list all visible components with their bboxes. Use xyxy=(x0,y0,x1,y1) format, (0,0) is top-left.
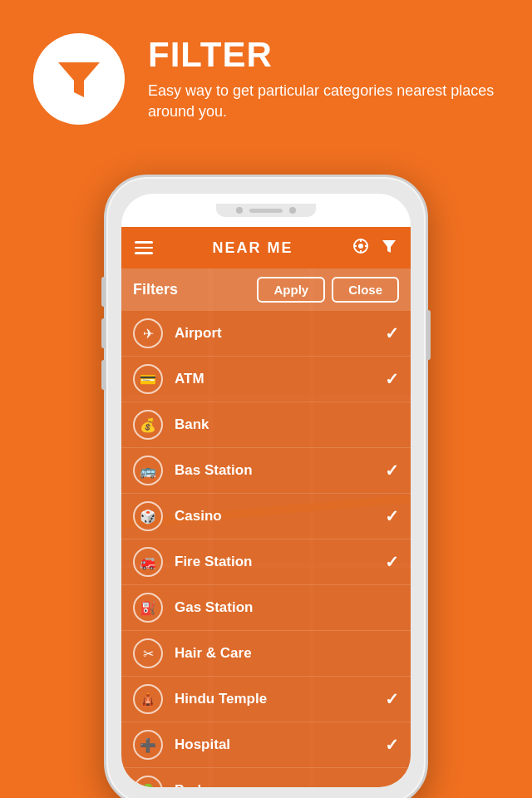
filter-item-park[interactable]: 🌳Park xyxy=(121,768,411,787)
filter-item-icon-bank: 💰 xyxy=(133,410,163,440)
filter-header-label: Filters xyxy=(133,281,178,298)
svg-marker-0 xyxy=(58,62,100,97)
filter-item-name-gas-station: Gas Station xyxy=(175,599,399,616)
filter-item-name-park: Park xyxy=(175,782,399,787)
hamburger-line-2 xyxy=(135,247,153,249)
phone-mockup: NEAR ME xyxy=(104,175,428,798)
filter-item-check-fire-station: ✓ xyxy=(385,552,399,572)
app-navbar: NEAR ME xyxy=(121,227,411,268)
filter-item-name-hindu-temple: Hindu Temple xyxy=(175,691,385,707)
filter-icon-circle xyxy=(33,33,125,125)
header-description: Easy way to get particular categories ne… xyxy=(148,81,499,122)
hamburger-line-3 xyxy=(135,252,153,254)
filter-overlay: Filters Apply Close ✈Airport✓💳ATM✓💰Bank🚌… xyxy=(121,268,411,787)
filter-item-icon-fire-station: 🚒 xyxy=(133,547,163,577)
filter-item-icon-hindu-temple: 🛕 xyxy=(133,684,163,714)
app-screen: NEAR ME xyxy=(121,227,411,787)
close-button[interactable]: Close xyxy=(332,277,399,303)
filter-item-gas-station[interactable]: ⛽Gas Station xyxy=(121,585,411,631)
speaker-bar xyxy=(249,209,283,213)
filter-item-name-bank: Bank xyxy=(175,416,399,433)
filter-item-name-hair-care: Hair & Care xyxy=(175,645,399,662)
filter-action-buttons: Apply Close xyxy=(257,277,399,303)
filter-item-bank[interactable]: 💰Bank xyxy=(121,402,411,448)
filter-item-hospital[interactable]: ➕Hospital✓ xyxy=(121,722,411,768)
filter-item-name-airport: Airport xyxy=(175,325,385,342)
app-title: NEAR ME xyxy=(212,239,293,257)
filter-item-icon-gas-station: ⛽ xyxy=(133,593,163,623)
filter-item-check-airport: ✓ xyxy=(385,323,399,343)
camera-dot xyxy=(236,207,243,214)
filter-item-casino[interactable]: 🎲Casino✓ xyxy=(121,494,411,539)
filter-header-bar: Filters Apply Close xyxy=(121,268,411,311)
apply-button[interactable]: Apply xyxy=(257,277,325,303)
filter-item-name-bus-station: Bas Station xyxy=(175,462,385,479)
funnel-icon xyxy=(54,54,104,104)
filter-item-check-bus-station: ✓ xyxy=(385,461,399,480)
filter-item-icon-airport: ✈ xyxy=(133,318,163,348)
phone-outer-shell: NEAR ME xyxy=(104,175,428,798)
hamburger-line-1 xyxy=(135,241,153,244)
svg-marker-7 xyxy=(382,240,396,253)
filter-item-hair-care[interactable]: ✂Hair & Care xyxy=(121,631,411,677)
filter-item-atm[interactable]: 💳ATM✓ xyxy=(121,357,411,402)
filter-item-icon-park: 🌳 xyxy=(133,776,163,787)
filter-item-bus-station[interactable]: 🚌Bas Station✓ xyxy=(121,448,411,494)
filter-item-check-atm: ✓ xyxy=(385,369,399,389)
phone-notch xyxy=(216,204,316,217)
filter-items-list: ✈Airport✓💳ATM✓💰Bank🚌Bas Station✓🎲Casino✓… xyxy=(121,311,411,787)
filter-nav-icon[interactable] xyxy=(381,238,397,259)
filter-item-icon-bus-station: 🚌 xyxy=(133,456,163,485)
filter-item-name-hospital: Hospital xyxy=(175,736,385,753)
filter-item-check-hindu-temple: ✓ xyxy=(385,689,399,709)
filter-item-airport[interactable]: ✈Airport✓ xyxy=(121,311,411,357)
header-section: FILTER Easy way to get particular catego… xyxy=(0,0,532,150)
filter-item-name-fire-station: Fire Station xyxy=(175,554,385,570)
filter-item-icon-hospital: ➕ xyxy=(133,730,163,760)
svg-point-2 xyxy=(358,244,363,249)
header-title: FILTER xyxy=(148,36,499,74)
filter-item-icon-casino: 🎲 xyxy=(133,501,163,531)
location-icon[interactable] xyxy=(352,238,369,259)
filter-item-fire-station[interactable]: 🚒Fire Station✓ xyxy=(121,539,411,585)
filter-item-name-atm: ATM xyxy=(175,371,385,387)
nav-icon-group xyxy=(352,238,397,259)
filter-item-name-casino: Casino xyxy=(175,508,385,525)
front-sensor xyxy=(289,207,296,214)
filter-item-icon-hair-care: ✂ xyxy=(133,638,163,668)
hamburger-menu-button[interactable] xyxy=(135,241,153,254)
filter-item-hindu-temple[interactable]: 🛕Hindu Temple✓ xyxy=(121,677,411,722)
phone-inner-screen: NEAR ME xyxy=(121,194,411,787)
filter-item-icon-atm: 💳 xyxy=(133,364,163,394)
filter-item-check-hospital: ✓ xyxy=(385,735,399,755)
filter-item-check-casino: ✓ xyxy=(385,506,399,526)
header-text: FILTER Easy way to get particular catego… xyxy=(148,36,499,123)
